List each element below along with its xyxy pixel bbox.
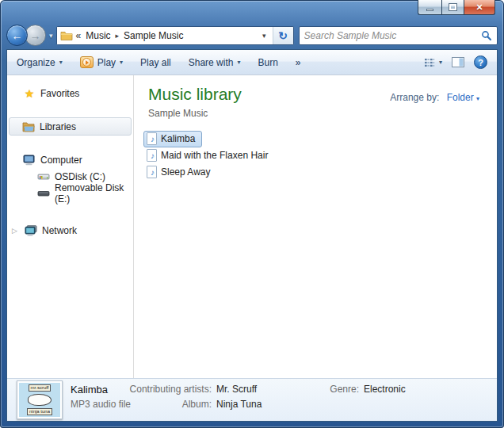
help-button[interactable]: ? bbox=[474, 55, 487, 69]
album-art-album-text: ninja tuna bbox=[27, 408, 52, 415]
back-button[interactable]: ← bbox=[6, 25, 28, 46]
refresh-button[interactable]: ↻ bbox=[273, 27, 293, 44]
search-icon[interactable] bbox=[481, 30, 492, 41]
album-art: mr.scruff ninja tuna bbox=[19, 383, 60, 417]
breadcrumb-segment-sample-music[interactable]: Sample Music bbox=[122, 30, 185, 41]
file-row: ♪ Sleep Away bbox=[143, 164, 497, 181]
sidebar-item-network[interactable]: ▷ Network bbox=[7, 222, 133, 239]
contributing-artists-label: Contributing artists: bbox=[110, 384, 212, 395]
album-art-blob bbox=[28, 394, 52, 406]
music-note-icon: ♪ bbox=[148, 134, 157, 145]
title-bar[interactable]: ✕ bbox=[0, 0, 504, 21]
chevron-down-icon: ▾ bbox=[120, 59, 123, 66]
organize-label: Organize bbox=[17, 57, 55, 68]
library-header: Music library Sample Music Arrange by: F… bbox=[134, 75, 497, 119]
selected-file-title: Kalimba bbox=[71, 384, 108, 396]
file-item-maid-with-the-flaxen-hair[interactable]: ♪ Maid with the Flaxen Hair bbox=[143, 147, 275, 164]
computer-icon bbox=[23, 155, 36, 166]
file-row: ♪ Kalimba bbox=[143, 131, 497, 147]
music-note-icon: ♪ bbox=[148, 151, 157, 162]
explorer-window: ✕ ← → ▾ « Music ▸ Sample Music ▾ ↻ bbox=[0, 0, 504, 428]
file-name: Kalimba bbox=[161, 133, 195, 144]
help-icon: ? bbox=[478, 58, 483, 67]
history-dropdown-button[interactable]: ▾ bbox=[49, 32, 53, 40]
genre-label: Genre: bbox=[305, 384, 359, 395]
sidebar-item-label: Network bbox=[42, 225, 77, 236]
share-with-label: Share with bbox=[189, 57, 234, 68]
close-icon: ✕ bbox=[475, 2, 483, 13]
toolbar-right-group: ▾ ? bbox=[424, 55, 487, 69]
maximize-button[interactable] bbox=[441, 0, 464, 15]
genre-value: Electronic bbox=[364, 384, 406, 395]
file-item-sleep-away[interactable]: ♪ Sleep Away bbox=[143, 164, 218, 181]
sidebar-item-label: Removable Disk (E:) bbox=[55, 182, 133, 204]
details-pane: mr.scruff ninja tuna Kalimba MP3 audio f… bbox=[7, 378, 497, 421]
explorer-body: ★ Favorites Libraries Computer bbox=[7, 75, 497, 378]
chevron-down-icon[interactable]: ▾ bbox=[476, 95, 479, 102]
chevron-down-icon: ▾ bbox=[237, 59, 240, 66]
burn-button[interactable]: Burn bbox=[258, 57, 277, 68]
file-row: ♪ Maid with the Flaxen Hair bbox=[143, 147, 497, 164]
forward-button[interactable]: → bbox=[25, 25, 46, 46]
minimize-button[interactable] bbox=[418, 0, 441, 15]
file-name: Sleep Away bbox=[161, 166, 211, 178]
breadcrumb-segment-music[interactable]: Music bbox=[84, 30, 112, 41]
play-icon bbox=[80, 56, 94, 68]
navigation-pane: ★ Favorites Libraries Computer bbox=[7, 75, 134, 378]
expand-arrow-icon[interactable]: ▷ bbox=[12, 227, 20, 235]
address-dropdown-button[interactable]: ▾ bbox=[259, 32, 269, 40]
chevron-down-icon: ▾ bbox=[439, 59, 442, 66]
back-icon: ← bbox=[12, 29, 23, 42]
play-all-label: Play all bbox=[140, 57, 171, 68]
libraries-icon bbox=[22, 121, 35, 132]
album-art-thumbnail[interactable]: mr.scruff ninja tuna bbox=[17, 380, 63, 419]
removable-drive-icon bbox=[37, 189, 50, 197]
page-title: Music library bbox=[148, 85, 242, 104]
forward-icon: → bbox=[30, 29, 41, 42]
breadcrumb-collapse-button[interactable]: « bbox=[76, 30, 82, 41]
breadcrumb-separator-icon[interactable]: ▸ bbox=[116, 32, 120, 40]
file-item-kalimba[interactable]: ♪ Kalimba bbox=[143, 131, 202, 147]
share-with-button[interactable]: Share with ▾ bbox=[189, 57, 241, 68]
minimize-icon bbox=[426, 9, 433, 11]
play-all-button[interactable]: Play all bbox=[140, 57, 171, 68]
chevron-down-icon: ▾ bbox=[59, 59, 63, 66]
organize-button[interactable]: Organize ▾ bbox=[17, 57, 63, 68]
sidebar-item-computer[interactable]: Computer bbox=[7, 151, 133, 168]
hard-drive-icon bbox=[37, 172, 50, 182]
app-region: Organize ▾ Play ▾ Play all Share with ▾ … bbox=[6, 49, 498, 422]
search-input[interactable] bbox=[304, 30, 481, 41]
sidebar-item-label: OSDisk (C:) bbox=[55, 171, 105, 182]
close-button[interactable]: ✕ bbox=[464, 0, 495, 15]
refresh-icon: ↻ bbox=[278, 29, 288, 42]
play-button[interactable]: Play ▾ bbox=[80, 56, 123, 68]
music-file-icon: ♪ bbox=[147, 149, 157, 162]
sidebar-item-favorites[interactable]: ★ Favorites bbox=[7, 85, 133, 101]
page-subtitle: Sample Music bbox=[148, 108, 242, 119]
overflow-icon: » bbox=[296, 57, 301, 68]
file-name: Maid with the Flaxen Hair bbox=[161, 150, 268, 161]
sidebar-item-libraries[interactable]: Libraries bbox=[9, 117, 132, 136]
sidebar-item-label: Favorites bbox=[40, 88, 79, 99]
arrange-by-label: Arrange by: bbox=[390, 92, 439, 103]
caption-buttons: ✕ bbox=[418, 0, 495, 15]
file-list-pane: Music library Sample Music Arrange by: F… bbox=[134, 75, 497, 378]
preview-pane-button[interactable] bbox=[452, 57, 464, 67]
change-view-button[interactable]: ▾ bbox=[424, 58, 442, 67]
breadcrumb: « Music ▸ Sample Music ▾ bbox=[57, 27, 273, 44]
address-bar[interactable]: « Music ▸ Sample Music ▾ ↻ bbox=[56, 26, 294, 45]
favorites-star-icon: ★ bbox=[23, 88, 36, 99]
sidebar-item-removable-disk-e[interactable]: Removable Disk (E:) bbox=[7, 185, 133, 201]
preview-pane-icon bbox=[452, 57, 464, 67]
views-icon bbox=[424, 58, 435, 67]
sidebar-item-label: Libraries bbox=[40, 121, 76, 132]
maximize-icon bbox=[449, 4, 456, 10]
arrange-by-dropdown[interactable]: Folder bbox=[447, 92, 474, 103]
folder-icon bbox=[60, 30, 73, 40]
search-box[interactable] bbox=[299, 26, 498, 45]
navigation-bar: ← → ▾ « Music ▸ Sample Music ▾ ↻ bbox=[0, 21, 504, 49]
command-toolbar: Organize ▾ Play ▾ Play all Share with ▾ … bbox=[7, 50, 497, 75]
play-label: Play bbox=[97, 57, 116, 68]
album-value: Ninja Tuna bbox=[216, 399, 262, 410]
toolbar-overflow-button[interactable]: » bbox=[296, 57, 301, 68]
